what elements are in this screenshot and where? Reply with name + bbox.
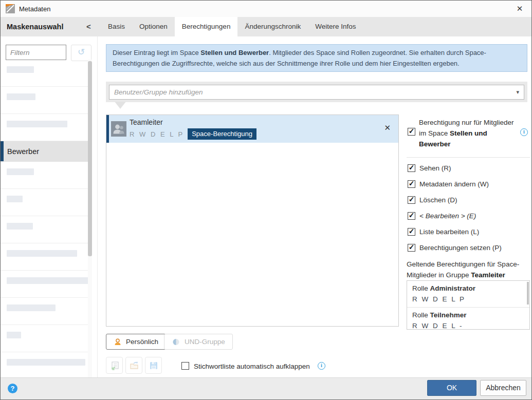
role-rights: R W D E L P xyxy=(412,294,524,304)
tab-strip: Maskenauswahl < Basis Optionen Berechtig… xyxy=(1,17,531,36)
collapse-sidebar-icon[interactable]: < xyxy=(84,17,93,36)
role-entry-administrator: Rolle Administrator R W D E L P xyxy=(407,281,529,307)
permission-checkbox-list: ✓ Sehen (R) ✓ Metadaten ändern (W) ✓ Lös… xyxy=(408,163,531,253)
save-icon xyxy=(149,360,159,371)
add-user-group-dropdown[interactable]: Benutzer/Gruppe hinzufügen ▾ xyxy=(109,85,524,100)
permission-label: Liste bearbeiten (L) xyxy=(419,228,479,236)
und-group-icon xyxy=(172,338,180,346)
permission-row-setzen: ✓ Berechtigungen setzen (P) xyxy=(408,242,531,253)
tab-berechtigungen[interactable]: Berechtigungen xyxy=(175,17,238,36)
keyword-auto-expand-checkbox[interactable] xyxy=(181,362,189,370)
liste-checkbox[interactable]: ✓ xyxy=(408,228,415,236)
cancel-button[interactable]: Abbrechen xyxy=(480,380,526,396)
metadaten-checkbox[interactable]: ✓ xyxy=(408,180,415,188)
role-name: Administrator xyxy=(430,284,476,292)
effective-permissions-caption: Geltende Berechtigungen für Space-Mitgli… xyxy=(407,259,531,280)
help-icon[interactable]: ? xyxy=(8,384,17,393)
redacted-label xyxy=(7,250,77,257)
mask-list-item[interactable] xyxy=(1,66,88,87)
tab-basis[interactable]: Basis xyxy=(101,17,132,36)
permission-label: Löschen (D) xyxy=(419,196,457,204)
entry-rights: R W D E L P xyxy=(130,130,184,138)
tab-aenderungschronik[interactable]: Änderungschronik xyxy=(237,17,308,36)
und-gruppe-button[interactable]: UND-Gruppe xyxy=(164,334,233,350)
mask-list-item[interactable] xyxy=(1,121,88,141)
role-entry-teilnehmer: Rolle Teilnehmer R W D E L - xyxy=(407,307,529,330)
apply-from-list-button[interactable] xyxy=(106,357,123,374)
mask-list-item[interactable] xyxy=(1,196,88,216)
sidebar-scrollbar[interactable] xyxy=(88,60,92,379)
checkin-list-icon xyxy=(109,360,120,371)
ok-button[interactable]: OK xyxy=(427,380,476,396)
loeschen-checkbox[interactable]: ✓ xyxy=(408,196,415,204)
redacted-label xyxy=(7,223,33,230)
permission-label: < Bearbeiten > (E) xyxy=(419,212,476,220)
redacted-label xyxy=(7,66,34,73)
role-rights: R W D E L - xyxy=(412,320,524,330)
selected-mask-label: Bewerber xyxy=(1,141,88,162)
entry-name: Teamleiter xyxy=(130,118,163,126)
role-name-line: Rolle Teilnehmer xyxy=(412,310,524,320)
space-only-label: Berechtigung nur für Mitglieder im Space… xyxy=(419,117,521,149)
bearbeiten-checkbox[interactable]: ✓ xyxy=(408,212,415,220)
remove-entry-icon[interactable]: ✕ xyxy=(384,123,391,132)
role-prefix: Rolle xyxy=(412,311,430,319)
permission-label: Sehen (R) xyxy=(419,164,451,172)
mask-list-item[interactable] xyxy=(1,223,88,243)
space-permission-badge: Space-Berechtigung xyxy=(188,128,256,140)
app-logo-icon xyxy=(6,4,15,13)
redacted-label xyxy=(7,121,67,127)
chevron-down-icon[interactable]: ▾ xyxy=(516,85,519,99)
refresh-button[interactable]: ↺ xyxy=(71,45,91,61)
mask-list-item[interactable] xyxy=(1,168,88,189)
selection-bar xyxy=(106,115,109,143)
permission-label: Metadaten ändern (W) xyxy=(419,180,489,188)
mask-list-item-bewerber[interactable]: Bewerber xyxy=(1,141,88,162)
permission-row-liste: ✓ Liste bearbeiten (L) xyxy=(408,226,531,237)
role-prefix: Rolle xyxy=(412,284,430,292)
window-title: Metadaten xyxy=(19,5,50,13)
dropdown-placeholder: Benutzer/Gruppe hinzufügen xyxy=(114,85,203,99)
mask-list-item[interactable] xyxy=(1,277,88,298)
open-keyword-list-button[interactable] xyxy=(125,357,142,374)
info-icon[interactable]: i xyxy=(520,128,528,136)
mask-list-item[interactable] xyxy=(1,304,88,325)
space-only-checkbox[interactable]: ✓ xyxy=(408,128,415,136)
group-avatar-icon xyxy=(111,121,126,137)
sehen-checkbox[interactable]: ✓ xyxy=(408,164,415,172)
mask-list-item[interactable] xyxy=(1,250,88,271)
redacted-label xyxy=(7,304,56,311)
save-keyword-list-button[interactable] xyxy=(145,357,162,374)
roles-scrollbar-thumb[interactable] xyxy=(527,282,529,304)
sidebar-scrollbar-thumb[interactable] xyxy=(88,61,92,256)
close-icon[interactable]: ✕ xyxy=(514,3,525,14)
mask-panel-header: Maskenauswahl xyxy=(7,17,63,36)
redacted-label xyxy=(7,277,88,284)
entry-details: R W D E L P Space-Berechtigung xyxy=(130,128,256,140)
entry-row-teamleiter[interactable]: Teamleiter R W D E L P Space-Berechtigun… xyxy=(106,115,398,143)
permission-row-loeschen: ✓ Löschen (D) xyxy=(408,195,531,205)
mask-list-item[interactable] xyxy=(1,332,88,352)
right-panel-divider xyxy=(407,157,530,158)
roles-list: Rolle Administrator R W D E L P Rolle Te… xyxy=(407,280,530,330)
redacted-label xyxy=(7,332,21,338)
redacted-label xyxy=(7,93,35,100)
redacted-label xyxy=(7,168,34,175)
redacted-label xyxy=(7,196,23,202)
personal-button-label: Persönlich xyxy=(126,338,158,346)
tab-weitere-infos[interactable]: Weitere Infos xyxy=(308,17,363,36)
mask-list-item[interactable] xyxy=(1,93,88,114)
banner-space-name: Stellen und Bewerber xyxy=(200,49,269,56)
und-gruppe-button-label: UND-Gruppe xyxy=(185,338,225,346)
personal-button[interactable]: Persönlich xyxy=(106,334,166,350)
title-bar: Metadaten ✕ xyxy=(1,1,531,17)
role-name: Teilnehmer xyxy=(430,311,467,319)
mask-list: Bewerber xyxy=(1,60,88,400)
filter-input[interactable] xyxy=(6,45,66,60)
keyword-auto-expand-label: Stichwortliste automatisch aufklappen xyxy=(194,363,310,370)
tab-optionen[interactable]: Optionen xyxy=(132,17,175,36)
setzen-checkbox[interactable]: ✓ xyxy=(408,244,415,252)
person-icon xyxy=(114,338,122,346)
info-icon[interactable]: i xyxy=(318,362,325,370)
mask-list-item[interactable] xyxy=(1,359,88,379)
